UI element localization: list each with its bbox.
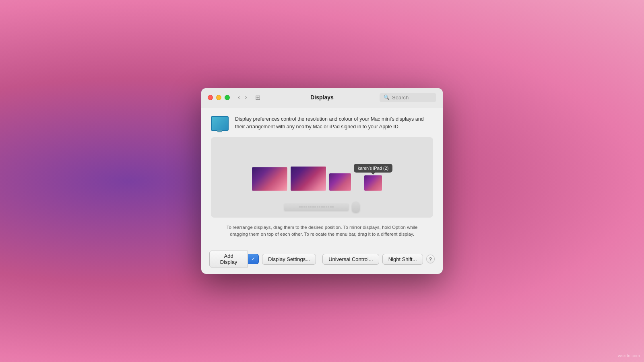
traffic-lights <box>208 95 230 100</box>
search-icon: 🔍 <box>384 95 390 100</box>
key-10 <box>319 206 320 208</box>
key-15 <box>330 206 332 208</box>
nav-buttons: ‹ › <box>236 93 249 101</box>
bottom-toolbar: Add Display ✓ Display Settings... Univer… <box>201 246 443 274</box>
info-description: Display preferences control the resoluti… <box>235 115 433 131</box>
key-6 <box>310 206 312 208</box>
key-14 <box>328 206 329 208</box>
key-11 <box>321 206 323 208</box>
window-title: Displays <box>310 94 334 101</box>
fullscreen-button[interactable] <box>225 95 230 100</box>
display-1[interactable] <box>252 167 288 191</box>
peripherals <box>284 202 360 213</box>
displays-container: karen's iPad (2) <box>252 164 393 191</box>
key-16 <box>332 206 334 208</box>
keyboard-illustration <box>284 204 349 211</box>
key-7 <box>312 206 314 208</box>
arrangement-area: karen's iPad (2) <box>211 137 433 218</box>
grid-button[interactable]: ⊞ <box>254 93 262 102</box>
minimize-button[interactable] <box>216 95 221 100</box>
display-4-wrapper: karen's iPad (2) <box>354 164 393 191</box>
display-settings-button[interactable]: Display Settings... <box>262 254 316 265</box>
display-2-screen <box>291 167 326 191</box>
forward-button[interactable]: › <box>243 93 248 101</box>
display-icon <box>211 116 229 131</box>
info-row: Display preferences control the resoluti… <box>211 115 433 131</box>
content-area: Display preferences control the resoluti… <box>201 107 443 246</box>
key-4 <box>305 206 307 208</box>
checkmark-icon: ✓ <box>251 256 255 262</box>
add-display-button[interactable]: Add Display <box>209 251 248 267</box>
key-5 <box>308 206 310 208</box>
display-2[interactable] <box>290 166 326 191</box>
key-1 <box>299 206 301 208</box>
key-9 <box>317 206 318 208</box>
key-8 <box>314 206 316 208</box>
key-13 <box>326 206 327 208</box>
search-input[interactable] <box>392 95 432 101</box>
display-3[interactable] <box>329 173 351 191</box>
universal-control-button[interactable]: Universal Control... <box>322 254 379 265</box>
help-button[interactable]: ? <box>426 255 435 263</box>
system-preferences-window: ‹ › ⊞ Displays 🔍 Display preferences con… <box>201 88 443 274</box>
key-2 <box>301 206 303 208</box>
search-bar[interactable]: 🔍 <box>380 93 436 102</box>
mouse-illustration <box>352 202 360 213</box>
close-button[interactable] <box>208 95 213 100</box>
display-3-screen <box>329 173 351 191</box>
display-4-tooltip: karen's iPad (2) <box>354 164 393 173</box>
watermark: wsxdn.com <box>618 353 640 358</box>
back-button[interactable]: ‹ <box>236 93 242 101</box>
instruction-text: To rearrange displays, drag them to the … <box>211 224 433 238</box>
key-12 <box>323 206 325 208</box>
display-1-screen <box>252 167 287 191</box>
add-display-check-button[interactable]: ✓ <box>248 254 259 264</box>
titlebar: ‹ › ⊞ Displays 🔍 <box>201 88 443 107</box>
add-display-group: Add Display ✓ <box>209 251 259 267</box>
display-4[interactable] <box>364 175 382 191</box>
key-3 <box>303 206 305 208</box>
display-4-screen <box>364 175 382 191</box>
night-shift-button[interactable]: Night Shift... <box>382 254 423 265</box>
keyboard-keys <box>299 206 334 208</box>
